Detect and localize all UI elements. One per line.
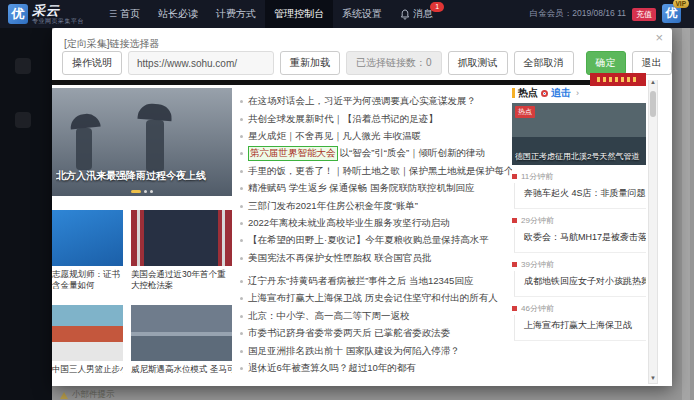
hot-item-time: 29分钟前: [521, 215, 554, 226]
recharge-button[interactable]: 充值: [632, 8, 656, 21]
url-input[interactable]: [128, 51, 274, 75]
headline-item[interactable]: 精准赋码 学生返乡 保通保畅 国务院联防联控机制回应: [240, 180, 512, 197]
news-card-caption: 美国会通过近30年首个重大控枪法案: [131, 269, 232, 291]
dimmed-left-sidebar: [0, 28, 52, 400]
headline-text: 2022年离校未就业高校毕业生服务攻坚行动启动: [248, 217, 450, 230]
chevron-right-icon[interactable]: ›: [576, 88, 579, 98]
bullet-icon: [240, 280, 243, 283]
carousel-dot[interactable]: [144, 190, 147, 193]
menu-item-console[interactable]: 管理控制台: [265, 0, 333, 28]
vip-logo[interactable]: 优 VIP: [662, 4, 682, 24]
scroll-up-icon[interactable]: ▲: [649, 80, 657, 87]
scrollbar-thumb[interactable]: [650, 91, 656, 117]
main-carousel[interactable]: 北方入汛来最强降雨过程今夜上线: [52, 88, 232, 196]
hot-item-title[interactable]: 欧委会：马航MH17是被袭击落: [514, 227, 646, 253]
hot-item-time: 39分钟前: [521, 259, 554, 270]
selected-link-highlight[interactable]: 第六届世界智能大会: [248, 146, 338, 161]
dialog-toolbar: 操作说明 重新加载 已选择链接数：0 抓取测试 全部取消 确定 退出: [52, 46, 672, 80]
embedded-webpage: 北方入汛来最强降雨过程今夜上线 志愿规划师：证书含金量如何 美国会通过近30年首…: [52, 80, 672, 386]
close-icon[interactable]: ×: [655, 31, 663, 45]
headline-item[interactable]: 在这场对话会上，习近平为何强调要真心实意谋发展？: [240, 93, 512, 110]
menu-item-messages[interactable]: 消息 1: [391, 0, 442, 28]
news-card-caption: 威尼斯遇高水位模式 圣马可广场被淹: [131, 364, 232, 375]
help-button[interactable]: 操作说明: [62, 51, 122, 75]
hot-item[interactable]: 39分钟前 成都地铁回应女子对小孩跳热舞: [512, 258, 646, 297]
headline-text: 美国宪法不再保护女性堕胎权 联合国官员批: [248, 252, 431, 265]
reload-button[interactable]: 重新加载: [280, 51, 340, 75]
headline-item[interactable]: 国足亚洲排名跌出前十 国家队建设为何陷入停滞？: [240, 342, 512, 359]
headline-item[interactable]: 北京：中小学、高一高二等下周一返校: [240, 308, 512, 325]
hot-lead-caption: 德国正考虑征用北溪2号天然气管道: [515, 151, 644, 162]
hot-item-time-row: 39分钟前: [512, 258, 646, 271]
hot-lead-story[interactable]: 热点 德国正考虑征用北溪2号天然气管道: [512, 103, 646, 165]
scroll-down-icon[interactable]: ▼: [649, 373, 657, 383]
headline-item[interactable]: 2022年离校未就业高校毕业生服务攻坚行动启动: [240, 215, 512, 232]
hot-panel-header[interactable]: 热点 追击 ›: [512, 86, 646, 100]
news-card[interactable]: 志愿规划师：证书含金量如何: [52, 210, 123, 291]
menu-item-settings[interactable]: 系统设置: [333, 0, 391, 28]
headline-item[interactable]: 手里的饭，更香了！｜聆听土地之歌｜保护黑土地就是保护每个…: [240, 163, 512, 180]
promo-banner[interactable]: [590, 73, 646, 86]
headline-item[interactable]: 共创全球发展新时代｜【沿着总书记的足迹】: [240, 110, 512, 127]
bullet-icon: [240, 315, 243, 318]
hot-item-time: 46分钟前: [521, 303, 554, 314]
headline-item[interactable]: 上海宣布打赢大上海保卫战 历史会记住坚守和付出的所有人: [240, 290, 512, 307]
promo-banner-text: [597, 77, 639, 82]
brand-logo[interactable]: 优: [8, 4, 28, 24]
headline-item[interactable]: 辽宁丹东“持黄码者看病被拦”事件之后 当地12345回应: [240, 273, 512, 290]
headline-item[interactable]: 【在希望的田野上·夏收记】今年夏粮收购总量保持高水平: [240, 232, 512, 249]
toast-text: 小部件提示: [72, 389, 115, 400]
dimmed-page-scrollbar: [682, 28, 690, 400]
notification-badge: 1: [430, 2, 444, 12]
bullet-icon: [240, 297, 243, 300]
headline-text: 退休近6年被查算久吗？超过10年的都有: [248, 362, 416, 375]
bullet-icon: [240, 367, 243, 370]
news-card[interactable]: 威尼斯遇高水位模式 圣马可广场被淹: [131, 305, 232, 375]
warning-icon: [60, 392, 68, 399]
headline-text: 北京：中小学、高一高二等下周一返校: [248, 310, 410, 323]
cancel-all-button[interactable]: 全部取消: [514, 51, 574, 75]
menu-item-must-read[interactable]: 站长必读: [149, 0, 207, 28]
hot-item-time: 11分钟前: [521, 171, 553, 182]
confirm-button[interactable]: 确定: [586, 51, 626, 75]
carousel-caption[interactable]: 北方入汛来最强降雨过程今夜上线: [56, 169, 230, 183]
hot-item[interactable]: 29分钟前 欧委会：马航MH17是被袭击落: [512, 214, 646, 253]
news-card-caption: 中国三人男篮止步小组赛: [52, 364, 123, 375]
exit-button[interactable]: 退出: [632, 51, 672, 75]
carousel-dot[interactable]: [150, 190, 153, 193]
bell-icon: [400, 9, 410, 20]
brand-block: 采云 专业网页采集平台: [32, 4, 84, 24]
bullet-icon: [240, 100, 243, 103]
hot-item-title[interactable]: 成都地铁回应女子对小孩跳热舞: [514, 271, 646, 297]
bullet-icon: [240, 222, 243, 225]
hot-item-title[interactable]: 上海宣布打赢大上海保卫战: [514, 315, 646, 341]
hot-item[interactable]: 46分钟前 上海宣布打赢大上海保卫战: [512, 302, 646, 341]
headline-item[interactable]: 三部门发布2021年住房公积金年度“账单”: [240, 197, 512, 214]
bullet-icon: [240, 187, 243, 190]
red-square-icon: [512, 306, 517, 311]
headline-text: 【在希望的田野上·夏收记】今年夏粮收购总量保持高水平: [248, 234, 489, 247]
carousel-dot-active[interactable]: [131, 190, 141, 193]
bullet-icon: [240, 205, 243, 208]
grab-test-button[interactable]: 抓取测试: [448, 51, 508, 75]
hot-item-title[interactable]: 奔驰车起火 4S店：非质量问题: [514, 183, 646, 209]
hot-item[interactable]: 11分钟前 奔驰车起火 4S店：非质量问题: [512, 170, 646, 209]
hot-item-time-row: 11分钟前: [512, 170, 646, 183]
hot-badge: 热点: [515, 106, 535, 118]
bullet-icon: [240, 332, 243, 335]
umbrella-shape: [137, 103, 172, 121]
menu-item-home[interactable]: ☰ 首页: [100, 0, 149, 28]
menu-item-pricing[interactable]: 计费方式: [207, 0, 265, 28]
headline-item[interactable]: 市委书记跻身省委常委两天后 已掌舵省委政法委: [240, 325, 512, 342]
headline-item[interactable]: 星火成炬｜不舍再见｜凡人微光 丰收温暖: [240, 128, 512, 145]
news-card[interactable]: 美国会通过近30年首个重大控枪法案: [131, 210, 232, 291]
headline-item[interactable]: 美国宪法不再保护女性堕胎权 联合国官员批: [240, 250, 512, 267]
bullet-icon: [240, 350, 243, 353]
headline-text: 三部门发布2021年住房公积金年度“账单”: [248, 200, 418, 213]
headline-item[interactable]: 第六届世界智能大会 以“智会”引“质会”｜倾听创新的律动: [240, 145, 512, 162]
webpage-scrollbar[interactable]: ▲ ▼: [648, 80, 658, 384]
headline-text: 共创全球发展新时代｜【沿着总书记的足迹】: [248, 113, 438, 126]
headline-item[interactable]: 退休近6年被查算久吗？超过10年的都有: [240, 360, 512, 377]
news-card[interactable]: 中国三人男篮止步小组赛: [52, 305, 123, 375]
headline-text: 国足亚洲排名跌出前十 国家队建设为何陷入停滞？: [248, 345, 460, 358]
